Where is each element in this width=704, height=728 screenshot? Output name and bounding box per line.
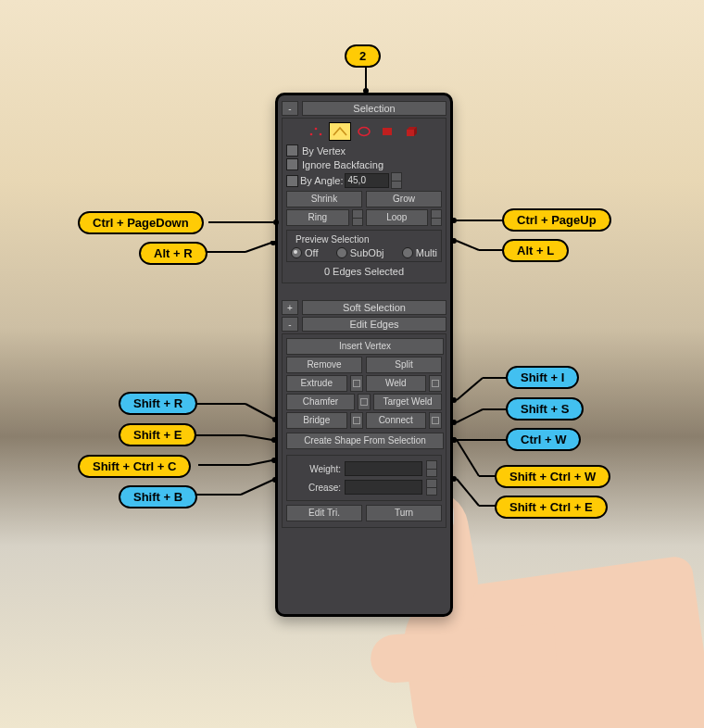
- svg-rect-4: [383, 128, 392, 135]
- svg-point-29: [271, 458, 277, 463]
- hotkey-alt-r: Alt + R: [139, 242, 207, 265]
- hotkey-shift-ctrl-w: Shift + Ctrl + W: [495, 465, 610, 488]
- svg-point-18: [451, 238, 457, 244]
- checkbox-ignore-backfacing[interactable]: Ignore Backfacing: [286, 158, 442, 170]
- svg-line-28: [249, 460, 272, 465]
- svg-point-2: [320, 133, 322, 136]
- rollout-body-selection: By Vertex Ignore Backfacing By Angle: 45…: [282, 118, 446, 283]
- preview-selection-group: Preview Selection Off SubObj Multi: [286, 230, 442, 262]
- preview-legend: Preview Selection: [293, 234, 371, 245]
- by-angle-value[interactable]: 45,0: [345, 173, 389, 188]
- radio-subobj[interactable]: SubObj: [336, 247, 384, 258]
- hotkey-shift-ctrl-e: Shift + Ctrl + E: [495, 496, 608, 519]
- svg-point-9: [363, 88, 369, 94]
- svg-line-34: [457, 378, 483, 400]
- svg-marker-5: [407, 130, 414, 136]
- target-weld-button[interactable]: Target Weld: [373, 394, 442, 410]
- border-mode-icon[interactable]: [353, 122, 375, 141]
- radio-multi-label: Multi: [416, 247, 437, 258]
- hotkey-alt-l: Alt + L: [502, 239, 569, 262]
- rollout-header-selection[interactable]: - Selection: [282, 101, 446, 116]
- svg-point-23: [272, 417, 278, 422]
- svg-line-25: [245, 435, 272, 440]
- rollout-title-selection[interactable]: Selection: [302, 101, 446, 116]
- split-button[interactable]: Split: [366, 357, 442, 373]
- weld-button[interactable]: Weld: [366, 375, 427, 392]
- vertex-mode-icon[interactable]: [305, 122, 327, 141]
- hotkey-ctrl-pagedown: Ctrl + PageDown: [78, 211, 204, 234]
- rollout-header-edit-edges[interactable]: - Edit Edges: [282, 317, 446, 332]
- svg-point-44: [451, 476, 457, 482]
- rollout-header-soft-selection[interactable]: + Soft Selection: [282, 300, 446, 315]
- checkbox-by-vertex[interactable]: By Vertex: [286, 144, 442, 157]
- create-shape-button[interactable]: Create Shape From Selection: [286, 433, 444, 449]
- checkbox-icon: [286, 144, 298, 157]
- edge-mode-icon[interactable]: [329, 122, 351, 141]
- label-by-vertex: By Vertex: [302, 145, 346, 157]
- rollout-toggle-soft-selection[interactable]: +: [282, 300, 298, 315]
- loop-button[interactable]: Loop: [366, 209, 429, 226]
- extrude-button[interactable]: Extrude: [286, 375, 347, 392]
- rollout-title-edit-edges[interactable]: Edit Edges: [302, 317, 446, 332]
- hotkey-2: 2: [345, 44, 381, 68]
- connect-button[interactable]: Connect: [366, 412, 427, 429]
- bridge-button[interactable]: Bridge: [286, 412, 347, 429]
- hotkey-ctrl-w: Ctrl + W: [506, 428, 581, 451]
- hotkey-shift-r: Shift + R: [119, 392, 197, 415]
- ring-button[interactable]: Ring: [286, 209, 349, 226]
- svg-point-36: [451, 420, 457, 425]
- svg-point-32: [272, 477, 278, 483]
- hotkey-ctrl-pageup: Ctrl + PageUp: [502, 208, 611, 232]
- watermark: Giancr.: [606, 692, 687, 721]
- hotkey-shift-s: Shift + S: [506, 397, 584, 420]
- svg-line-45: [457, 479, 479, 506]
- weld-settings-button[interactable]: [429, 375, 442, 392]
- svg-line-42: [457, 440, 479, 476]
- remove-button[interactable]: Remove: [286, 357, 362, 373]
- bridge-settings-button[interactable]: [350, 412, 363, 429]
- insert-vertex-button[interactable]: Insert Vertex: [286, 338, 444, 355]
- svg-line-37: [457, 409, 483, 422]
- turn-button[interactable]: Turn: [366, 505, 442, 521]
- by-angle-spinner[interactable]: [391, 172, 402, 189]
- checkbox-by-angle[interactable]: By Angle: 45,0: [286, 172, 442, 189]
- rollout-title-soft-selection[interactable]: Soft Selection: [302, 300, 446, 315]
- svg-line-19: [457, 241, 479, 250]
- crease-spinner[interactable]: [426, 479, 437, 496]
- polygon-mode-icon[interactable]: [377, 122, 399, 141]
- checkbox-icon: [286, 158, 298, 170]
- crease-field[interactable]: [345, 480, 422, 495]
- weight-spinner[interactable]: [426, 460, 437, 477]
- hotkey-shift-e: Shift + E: [119, 423, 196, 446]
- weight-field[interactable]: [345, 461, 422, 476]
- hotkey-shift-ctrl-c: Shift + Ctrl + C: [78, 455, 191, 478]
- grow-button[interactable]: Grow: [366, 191, 442, 207]
- chamfer-settings-button[interactable]: [358, 394, 371, 410]
- radio-multi[interactable]: Multi: [402, 247, 437, 258]
- svg-point-1: [315, 128, 318, 131]
- element-mode-icon[interactable]: [401, 122, 423, 141]
- chamfer-button[interactable]: Chamfer: [286, 394, 355, 410]
- weight-label: Weight:: [291, 464, 341, 474]
- crease-label: Crease:: [291, 483, 341, 493]
- rollout-toggle-edit-edges[interactable]: -: [282, 317, 298, 332]
- hotkey-shift-i: Shift + I: [506, 366, 579, 389]
- label-ignore-backfacing: Ignore Backfacing: [302, 159, 383, 170]
- radio-off-label: Off: [305, 247, 318, 258]
- ring-spinner[interactable]: [352, 209, 363, 226]
- rollout-toggle-selection[interactable]: -: [282, 101, 298, 116]
- shrink-button[interactable]: Shrink: [286, 191, 362, 207]
- selection-status: 0 Edges Selected: [286, 266, 442, 277]
- svg-point-15: [270, 241, 276, 245]
- edit-tri-button[interactable]: Edit Tri.: [286, 505, 362, 521]
- extrude-settings-button[interactable]: [350, 375, 363, 392]
- svg-point-12: [273, 220, 279, 225]
- svg-point-26: [271, 437, 277, 443]
- radio-off[interactable]: Off: [291, 247, 318, 258]
- loop-spinner[interactable]: [431, 209, 442, 226]
- svg-point-41: [451, 437, 457, 443]
- subobject-icons: [286, 122, 442, 141]
- svg-point-3: [358, 128, 370, 136]
- connect-settings-button[interactable]: [429, 412, 442, 429]
- radio-subobj-label: SubObj: [350, 247, 384, 258]
